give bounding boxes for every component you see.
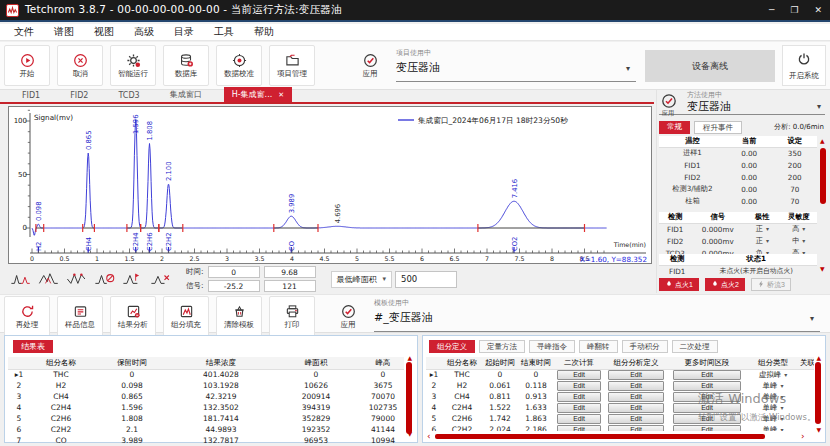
edit-button[interactable]: Edit [608, 392, 664, 402]
close-icon[interactable]: ✕ [814, 5, 822, 15]
edit-button[interactable]: Edit [608, 381, 664, 391]
close-tab-icon[interactable]: ✕ [278, 91, 284, 99]
peak-cancel-icon[interactable] [148, 269, 173, 289]
sensitivity-select[interactable]: 高▾ [781, 223, 817, 235]
edit-button[interactable]: Edit [557, 425, 601, 432]
table-row[interactable]: 4C2H41.5221.633EditEditEdit单峰▾▾ [426, 402, 814, 413]
device-offline-button[interactable]: 设备离线 [645, 50, 775, 82]
menu-item[interactable]: 工具 [204, 24, 244, 40]
minimize-icon[interactable]: ─ [769, 5, 774, 15]
table-row[interactable]: 检测3/辅助20.0070 [659, 183, 817, 195]
sensitivity-select[interactable]: 中▾ [781, 235, 817, 247]
edit-button[interactable]: Edit [673, 414, 742, 424]
edit-button[interactable]: Edit [608, 425, 664, 432]
apply-template-button[interactable]: 应用 [330, 296, 366, 337]
menu-item[interactable]: 帮助 [244, 24, 284, 40]
scroll-down-icon[interactable]: ▼ [816, 427, 821, 433]
chart-tab[interactable]: TCD3 [110, 89, 147, 102]
toolbar-button[interactable]: 开始 [4, 45, 50, 86]
definition-tab[interactable]: 定量方法 [479, 340, 525, 353]
toolbar-button[interactable]: 数据校准 [216, 45, 262, 86]
peak-drop-icon[interactable] [120, 269, 145, 289]
method-select[interactable]: 应用 方法使用中 变压器油 ▾ [659, 90, 825, 115]
related-component-select[interactable]: ▾ [800, 424, 814, 431]
peak-valley-icon[interactable] [64, 269, 89, 289]
table-row[interactable]: 3CH40.86542.321920091470070 [8, 391, 404, 402]
related-component-select[interactable]: ▾ [800, 402, 814, 413]
edit-button[interactable]: Edit [673, 370, 742, 380]
power-on-system-button[interactable]: 开启系统 [782, 45, 826, 86]
peak-split-icon[interactable] [8, 269, 33, 289]
toolbar-button[interactable]: 数据库 [163, 45, 209, 86]
related-component-select[interactable]: ▾ [800, 391, 814, 402]
table-row[interactable]: 2H20.0610.118EditEditEdit单峰▾▾ [426, 380, 814, 391]
scroll-right-icon[interactable]: › [801, 432, 805, 440]
apply-project-button[interactable]: 应用 [352, 45, 388, 86]
scroll-left-icon[interactable]: ‹ [427, 432, 431, 440]
scroll-up-icon[interactable]: ▲ [816, 355, 821, 361]
table-row[interactable]: FID20.00200 [659, 171, 817, 183]
edit-button[interactable]: Edit [557, 403, 601, 413]
polarity-select[interactable]: 正▾ [744, 235, 780, 247]
scroll-up-icon[interactable]: ▲ [407, 355, 412, 361]
toolbar-button[interactable]: 打印 [269, 296, 315, 337]
related-component-select[interactable]: ▾ [800, 380, 814, 391]
table-row[interactable]: 4C2H41.596132.3502394319102735 [8, 402, 404, 413]
chart-tab[interactable]: FID1 [14, 89, 48, 102]
edit-button[interactable]: Edit [608, 370, 664, 380]
tab-results[interactable]: 结果表 [13, 340, 53, 353]
edit-button[interactable]: Edit [673, 403, 742, 413]
toolbar-button[interactable]: 组分填充 [163, 296, 209, 337]
scroll-down-icon[interactable]: ▼ [407, 431, 412, 437]
definition-vertical-scrollbar[interactable] [815, 362, 821, 424]
peak-reject-icon[interactable] [92, 269, 117, 289]
scroll-down-icon[interactable]: ▼ [820, 266, 825, 272]
toolbar-button[interactable]: 再处理 [4, 296, 50, 337]
chromatogram-panel[interactable]: 050100Signal(mv)集成窗口_2024年06月17日 18时23分5… [8, 106, 652, 264]
table-row[interactable]: 2H20.098103.1928106263675 [8, 380, 404, 391]
edit-button[interactable]: Edit [608, 414, 664, 424]
menu-item[interactable]: 高级 [124, 24, 164, 40]
table-row[interactable]: FID1未点火(未开启自动点火) [659, 265, 817, 277]
definition-tab[interactable]: 手动积分 [622, 340, 668, 353]
menu-item[interactable]: 目录 [164, 24, 204, 40]
edit-button[interactable]: Edit [557, 414, 601, 424]
component-type-select[interactable]: 单峰▾ [746, 391, 800, 402]
toolbar-button[interactable]: 智能运行 [110, 45, 156, 86]
chart-tab[interactable]: 集成窗口 [162, 87, 210, 102]
table-row[interactable]: 7CO3.989132.78179695310994 [8, 435, 404, 446]
component-type-select[interactable]: 单峰▾ [746, 380, 800, 391]
definition-horizontal-scrollbar[interactable] [435, 434, 765, 439]
toolbar-button[interactable]: 结果分析 [110, 296, 156, 337]
method-tab[interactable]: 程升事件 [694, 121, 742, 134]
signal-to-field[interactable]: 121 [264, 280, 316, 292]
edit-button[interactable]: Edit [557, 381, 601, 391]
table-row[interactable]: 5C2H61.808181.741435282979000 [8, 413, 404, 424]
table-row[interactable]: 6C2H22.0242.186EditEditEdit单峰▾▾ [426, 424, 814, 431]
table-row[interactable]: ▸1THC00EditEditEdit虚拟峰▾▾ [426, 369, 814, 380]
ignite-button[interactable]: 点火1 [659, 278, 699, 291]
table-row[interactable]: 6C2H22.144.989319235241144 [8, 424, 404, 435]
edit-button[interactable]: Edit [557, 392, 601, 402]
table-row[interactable]: FID20.000mv正▾中▾ [659, 235, 817, 247]
table-row[interactable]: 进样10.00350 [659, 147, 817, 159]
component-type-select[interactable]: 虚拟峰▾ [746, 369, 800, 380]
peak-overlap-icon[interactable] [36, 269, 61, 289]
table-row[interactable]: 5C2H61.7421.863EditEditEdit单峰▾▾ [426, 413, 814, 424]
project-select[interactable]: 项目使用中 变压器油 ▾ [396, 48, 636, 82]
signal-from-field[interactable]: -25.2 [208, 280, 260, 292]
toolbar-button[interactable]: 项目管理 [269, 45, 315, 86]
chart-tab[interactable]: H-集成窗...✕ [224, 87, 292, 102]
bridge-current-button[interactable]: 桥流3 [751, 278, 791, 291]
table-row[interactable]: FID10.00200 [659, 159, 817, 171]
component-type-select[interactable]: 单峰▾ [746, 402, 800, 413]
toolbar-button[interactable]: 清除模板 [216, 296, 262, 337]
definition-tab[interactable]: 二次处理 [672, 340, 718, 353]
ignite-button[interactable]: 点火2 [705, 278, 745, 291]
min-peak-area-input[interactable]: 500 [395, 271, 457, 288]
min-peak-area-select[interactable]: 最低峰面积 ▾ [331, 271, 393, 288]
related-component-select[interactable]: ▾ [800, 369, 814, 380]
definition-tab[interactable]: 峰翻转 [579, 340, 618, 353]
edit-button[interactable]: Edit [608, 403, 664, 413]
edit-button[interactable]: Edit [673, 392, 742, 402]
